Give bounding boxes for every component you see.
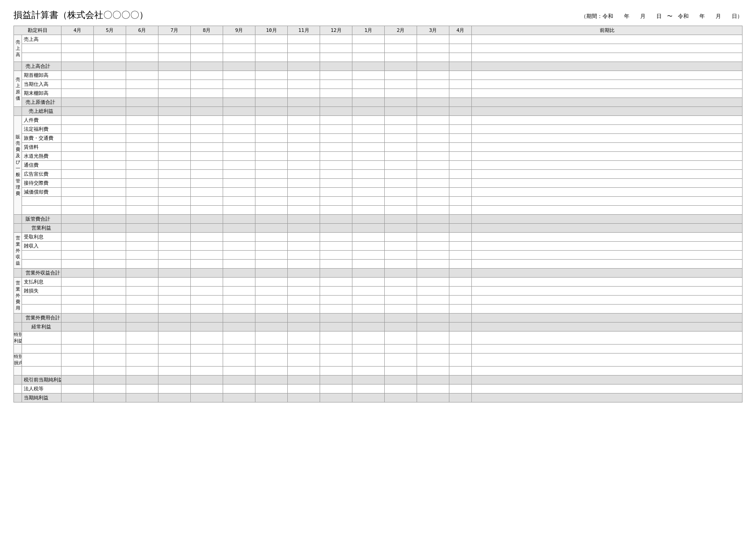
col-header-5: 5月 [94,26,126,35]
col-header-4: 4月 [62,26,94,35]
table-row: 接待交際費 [14,179,743,188]
table-row-subtotal: 販管費合計 [14,215,743,224]
table-row: 営業外費用 支払利息 [14,278,743,287]
category-tokubetsu-rieki: 特別利益 [14,332,22,345]
period-info: （期間：令和 年 月 日 〜 令和 年 月 日） [581,13,743,20]
col-header-3: 3月 [417,26,449,35]
table-row: 特別利益 [14,332,743,345]
category-tokubetsu-son2 [14,367,22,376]
table-row: 特別損式 [14,354,743,367]
table-header: 勘定科目 4月 5月 6月 7月 8月 9月 10月 11月 12月 1月 2月… [14,26,743,35]
table-row [14,305,743,314]
table-row-total: 経常利益 [14,323,743,332]
table-row-subtotal: 営業外費用合計 [14,314,743,323]
table-row [14,44,743,53]
table-row [14,367,743,376]
table-row [14,53,743,62]
table-row: 雑収入 [14,242,743,251]
table-row-subtotal: 営業外収益合計 [14,269,743,278]
col-header-6: 6月 [126,26,158,35]
table-row-total: 営業利益 [14,224,743,233]
table-row [14,345,743,354]
table-row [14,260,743,269]
table-row [14,206,743,215]
col-header-11: 11月 [288,26,320,35]
table-row: 営業外収益 受取利息 [14,233,743,242]
category-uriage: 売上高 [14,35,22,62]
table-row: 売上高 売上高 [14,35,743,44]
category-eigyo-hiyo: 営業外費用 [14,278,22,314]
col-header-4b: 4月 [449,26,472,35]
col-header-2: 2月 [385,26,417,35]
category-tokubetsu-rieki2 [14,345,22,354]
table-row [14,197,743,206]
col-header-8: 8月 [191,26,223,35]
table-row: 賃借料 [14,143,743,152]
page-title: 損益計算書（株式会社〇〇〇〇） [13,9,148,21]
category-tokubetsu-son: 特別損式 [14,354,22,367]
table-row-subtotal: 売上原価合計 [14,98,743,107]
table-row: 売上原価 期首棚卸高 [14,71,743,80]
col-header-name: 勘定科目 [14,26,62,35]
category-genka: 売上原価 [14,71,22,107]
income-statement-table: 勘定科目 4月 5月 6月 7月 8月 9月 10月 11月 12月 1月 2月… [13,26,743,402]
col-header-9: 9月 [223,26,255,35]
table-row: 雑損失 [14,287,743,296]
table-row-subtotal: 売上高合計 [14,62,743,71]
col-header-10: 10月 [255,26,288,35]
table-row: 水道光熱費 [14,152,743,161]
table-row: 法定福利費 [14,125,743,134]
table-row: 旅費・交通費 [14,134,743,143]
col-header-12: 12月 [320,26,352,35]
page-header: 損益計算書（株式会社〇〇〇〇） （期間：令和 年 月 日 〜 令和 年 月 日） [13,9,743,21]
period-text: （期間：令和 年 月 日 〜 令和 年 月 日） [581,13,743,20]
col-header-7: 7月 [158,26,191,35]
table-row [14,296,743,305]
table-row-subtotal: 当期純利益 [14,394,743,402]
table-row-total: 売上総利益 [14,107,743,116]
table-row [14,251,743,260]
table-row: 販売費及び一般管理費 人件費 [14,116,743,125]
category-hanbai: 販売費及び一般管理費 [14,116,22,215]
col-header-prev: 前期比 [472,26,743,35]
table-row: 広告宣伝費 [14,170,743,179]
col-header-1: 1月 [352,26,385,35]
table-row: 期末棚卸高 [14,89,743,98]
table-row: 通信費 [14,161,743,170]
table-row: 法人税等 [14,385,743,394]
category-eigyo-shueki: 営業外収益 [14,233,22,269]
row-label-uriage: 売上高 [22,35,62,44]
table-row: 当期仕入高 [14,80,743,89]
table-row-subtotal: 税引前当期純利益 [14,376,743,385]
table-row: 減価償却費 [14,188,743,197]
